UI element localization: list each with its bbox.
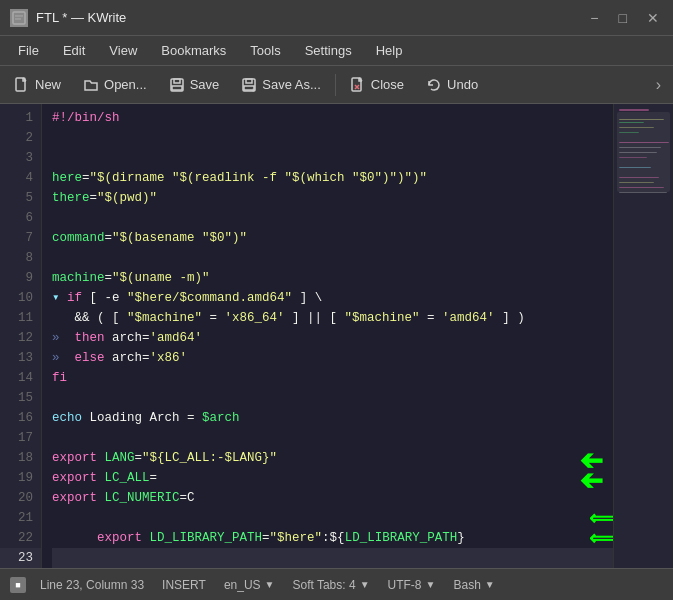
menu-settings[interactable]: Settings	[295, 39, 362, 62]
line-num-23: 23	[0, 548, 41, 568]
window-title: FTL * — KWrite	[36, 10, 126, 25]
code-line-23: exec "$here/$command.$arch" "$0"	[52, 548, 613, 568]
app-icon	[10, 9, 28, 27]
code-line-6	[52, 208, 613, 228]
save-as-button[interactable]: + Save As...	[231, 72, 331, 98]
open-icon	[83, 77, 99, 93]
code-line-4: here="$(dirname "$(readlink -f "$(which …	[52, 168, 613, 188]
code-line-18: export LANG="${LC_ALL:-$LANG}"	[52, 448, 613, 468]
svg-rect-22	[619, 177, 659, 178]
code-line-12: » then arch='amd64'	[52, 328, 613, 348]
status-bar: ■ Line 23, Column 33 INSERT en_US ▼ Soft…	[0, 568, 673, 600]
line-num-20: 20	[0, 488, 41, 508]
line-num-18: 18	[0, 448, 41, 468]
svg-rect-12	[619, 109, 649, 111]
menu-bookmarks[interactable]: Bookmarks	[151, 39, 236, 62]
toolbar: New Open... Save + Save As...	[0, 66, 673, 104]
line-num-6: 6	[0, 208, 41, 228]
title-bar-left: FTL * — KWrite	[10, 9, 126, 27]
maximize-button[interactable]: □	[615, 8, 631, 28]
svg-rect-14	[619, 122, 644, 123]
code-line-14: fi	[52, 368, 613, 388]
code-line-19: export LC_ALL=	[52, 468, 613, 488]
menu-bar: File Edit View Bookmarks Tools Settings …	[0, 36, 673, 66]
svg-rect-6	[172, 86, 182, 90]
code-line-7: command="$(basename "$0")"	[52, 228, 613, 248]
editor: 1 2 3 4 5 6 7 8 9 10 11 12 13 14 15 16 1…	[0, 104, 673, 568]
save-icon	[169, 77, 185, 93]
line-num-11: 11	[0, 308, 41, 328]
menu-edit[interactable]: Edit	[53, 39, 95, 62]
close-file-button[interactable]: Close	[340, 72, 414, 98]
svg-rect-0	[13, 12, 25, 24]
new-icon	[14, 77, 30, 93]
line-num-13: 13	[0, 348, 41, 368]
code-area[interactable]: #!/bin/sh here="$(dirname "$(readlink -f…	[42, 104, 613, 568]
code-line-11: && ( [ "$machine" = 'x86_64' ] || [ "$ma…	[52, 308, 613, 328]
code-line-13: » else arch='x86'	[52, 348, 613, 368]
code-line-10: ▾ if [ -e "$here/$command.amd64" ] \	[52, 288, 613, 308]
code-line-1: #!/bin/sh	[52, 108, 613, 128]
close-button[interactable]: ✕	[643, 8, 663, 28]
title-bar: FTL * — KWrite − □ ✕	[0, 0, 673, 36]
line-num-16: 16	[0, 408, 41, 428]
menu-help[interactable]: Help	[366, 39, 413, 62]
undo-icon	[426, 77, 442, 93]
minimize-button[interactable]: −	[586, 8, 602, 28]
line-num-17: 17	[0, 428, 41, 448]
line-num-4: 4	[0, 168, 41, 188]
encoding-chevron: ▼	[426, 579, 436, 590]
line-num-14: 14	[0, 368, 41, 388]
open-button[interactable]: Open...	[73, 72, 157, 98]
line-num-12: 12	[0, 328, 41, 348]
indent-mode[interactable]: Soft Tabs: 4 ▼	[284, 576, 377, 594]
svg-rect-8	[246, 79, 252, 83]
code-line-2	[52, 128, 613, 148]
svg-rect-15	[619, 127, 654, 128]
line-num-5: 5	[0, 188, 41, 208]
code-line-20: export LC_NUMERIC=C	[52, 488, 613, 508]
line-num-10: 10	[0, 288, 41, 308]
code-line-22: export LD_PRELOAD=Hyperspace.1.6.13.amd6…	[52, 528, 613, 548]
indent-chevron: ▼	[360, 579, 370, 590]
svg-rect-19	[619, 152, 657, 153]
line-num-22: 22	[0, 528, 41, 548]
syntax-chevron: ▼	[485, 579, 495, 590]
menu-file[interactable]: File	[8, 39, 49, 62]
cursor-position[interactable]: Line 23, Column 33	[32, 576, 152, 594]
svg-rect-23	[619, 182, 654, 183]
language-chevron: ▼	[265, 579, 275, 590]
undo-button[interactable]: Undo	[416, 72, 488, 98]
line-num-8: 8	[0, 248, 41, 268]
svg-text:+: +	[251, 87, 255, 93]
code-line-15	[52, 388, 613, 408]
code-line-3	[52, 148, 613, 168]
line-num-2: 2	[0, 128, 41, 148]
svg-rect-4	[171, 79, 183, 91]
line-numbers: 1 2 3 4 5 6 7 8 9 10 11 12 13 14 15 16 1…	[0, 104, 42, 568]
menu-view[interactable]: View	[99, 39, 147, 62]
close-file-icon	[350, 77, 366, 93]
new-button[interactable]: New	[4, 72, 71, 98]
svg-rect-13	[619, 119, 664, 120]
language[interactable]: en_US ▼	[216, 576, 283, 594]
toolbar-more[interactable]: ›	[648, 71, 669, 99]
code-line-8	[52, 248, 613, 268]
svg-rect-16	[619, 132, 639, 133]
svg-rect-20	[619, 157, 647, 158]
minimap	[613, 104, 673, 568]
menu-tools[interactable]: Tools	[240, 39, 290, 62]
code-line-21: export LD_LIBRARY_PATH="$here":${LD_LIBR…	[52, 508, 613, 528]
svg-rect-5	[174, 79, 180, 83]
code-line-16: echo Loading Arch = $arch	[52, 408, 613, 428]
svg-rect-24	[619, 187, 664, 188]
line-num-1: 1	[0, 108, 41, 128]
edit-mode[interactable]: INSERT	[154, 576, 214, 594]
encoding[interactable]: UTF-8 ▼	[380, 576, 444, 594]
save-as-icon: +	[241, 77, 257, 93]
toolbar-sep-1	[335, 74, 336, 96]
syntax-highlight[interactable]: Bash ▼	[445, 576, 502, 594]
line-num-15: 15	[0, 388, 41, 408]
code-line-5: there="$(pwd)"	[52, 188, 613, 208]
save-button[interactable]: Save	[159, 72, 230, 98]
